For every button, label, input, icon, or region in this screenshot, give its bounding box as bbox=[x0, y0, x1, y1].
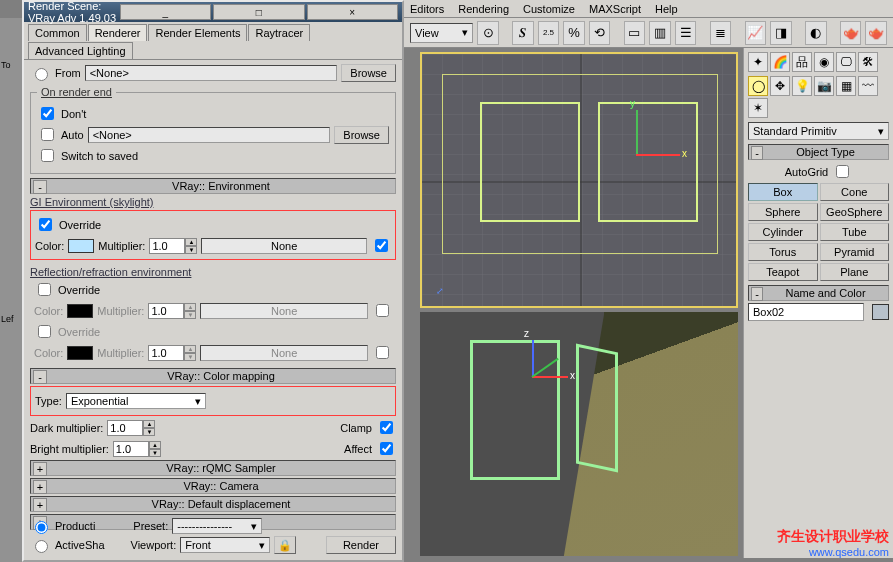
menu-editors[interactable]: Editors bbox=[410, 3, 444, 15]
rr2-color-swatch[interactable] bbox=[67, 346, 93, 360]
tab-raytracer[interactable]: Raytracer bbox=[248, 24, 310, 41]
systems-cat-icon[interactable]: ✶ bbox=[748, 98, 768, 118]
prim-cylinder-button[interactable]: Cylinder bbox=[748, 223, 818, 241]
utilities-tab-icon[interactable]: 🛠 bbox=[858, 52, 878, 72]
create-tab-icon[interactable]: ✦ bbox=[748, 52, 768, 72]
spin-down-icon[interactable]: ▼ bbox=[184, 353, 196, 361]
gi-mult-input[interactable] bbox=[149, 238, 185, 254]
prim-geosphere-button[interactable]: GeoSphere bbox=[820, 203, 890, 221]
rr-mult-input[interactable] bbox=[148, 303, 184, 319]
viewport-perspective[interactable]: x z bbox=[420, 312, 738, 556]
rr-map-slot[interactable]: None bbox=[200, 303, 368, 319]
spin-down-icon[interactable]: ▼ bbox=[143, 428, 155, 436]
rr-override-checkbox[interactable] bbox=[38, 283, 51, 296]
subcategory-dropdown[interactable]: Standard Primitiv▾ bbox=[748, 122, 889, 140]
clamp-checkbox[interactable] bbox=[380, 421, 393, 434]
mirror-icon[interactable]: ▥ bbox=[649, 21, 671, 45]
layers-icon[interactable]: ≣ bbox=[710, 21, 732, 45]
prim-sphere-button[interactable]: Sphere bbox=[748, 203, 818, 221]
prim-box-button[interactable]: Box bbox=[748, 183, 818, 201]
preset-dropdown[interactable]: ---------------▾ bbox=[172, 518, 262, 534]
dont-checkbox[interactable] bbox=[41, 107, 54, 120]
pivot-center-icon[interactable]: ⊙ bbox=[477, 21, 499, 45]
menu-maxscript[interactable]: MAXScript bbox=[589, 3, 641, 15]
tab-renderer[interactable]: Renderer bbox=[88, 24, 148, 41]
maximize-button[interactable]: □ bbox=[213, 4, 305, 20]
prim-teapot-button[interactable]: Teapot bbox=[748, 263, 818, 281]
percent-snap-icon[interactable]: % bbox=[563, 21, 585, 45]
menu-rendering[interactable]: Rendering bbox=[458, 3, 509, 15]
from-browse-button[interactable]: Browse bbox=[341, 64, 396, 82]
render-button[interactable]: Render bbox=[326, 536, 396, 554]
align-icon[interactable]: ☰ bbox=[675, 21, 697, 45]
object-color-swatch[interactable] bbox=[872, 304, 889, 320]
lights-cat-icon[interactable]: 💡 bbox=[792, 76, 812, 96]
rr2-map-on-checkbox[interactable] bbox=[376, 346, 389, 359]
viewport-dropdown[interactable]: Front▾ bbox=[180, 537, 270, 553]
prim-pyramid-button[interactable]: Pyramid bbox=[820, 243, 890, 261]
auto-browse-button[interactable]: Browse bbox=[334, 126, 389, 144]
helpers-cat-icon[interactable]: ▦ bbox=[836, 76, 856, 96]
gi-map-slot[interactable]: None bbox=[201, 238, 367, 254]
rr-color-swatch[interactable] bbox=[67, 304, 93, 318]
material-editor-icon[interactable]: ◐ bbox=[805, 21, 827, 45]
rr-map-on-checkbox[interactable] bbox=[376, 304, 389, 317]
spin-up-icon[interactable]: ▲ bbox=[184, 303, 196, 311]
render-scene-icon[interactable]: 🫖 bbox=[840, 21, 862, 45]
reference-coord-dropdown[interactable]: View▾ bbox=[410, 23, 473, 43]
spacewarps-cat-icon[interactable]: 〰 bbox=[858, 76, 878, 96]
spin-down-icon[interactable]: ▼ bbox=[184, 311, 196, 319]
gi-override-checkbox[interactable] bbox=[39, 218, 52, 231]
gi-map-on-checkbox[interactable] bbox=[375, 239, 388, 252]
affect-checkbox[interactable] bbox=[380, 442, 393, 455]
motion-tab-icon[interactable]: ◉ bbox=[814, 52, 834, 72]
shapes-cat-icon[interactable]: ✥ bbox=[770, 76, 790, 96]
autogrid-checkbox[interactable] bbox=[836, 165, 849, 178]
spin-down-icon[interactable]: ▼ bbox=[149, 449, 161, 457]
from-radio[interactable] bbox=[35, 68, 48, 81]
production-radio[interactable] bbox=[35, 521, 48, 534]
rollout-environment-header[interactable]: -VRay:: Environment bbox=[30, 178, 396, 194]
angle-snap-icon[interactable]: 2.5 bbox=[538, 21, 560, 45]
geometry-cat-icon[interactable]: ◯ bbox=[748, 76, 768, 96]
prim-plane-button[interactable]: Plane bbox=[820, 263, 890, 281]
cameras-cat-icon[interactable]: 📷 bbox=[814, 76, 834, 96]
activeshade-radio[interactable] bbox=[35, 540, 48, 553]
switch-checkbox[interactable] bbox=[41, 149, 54, 162]
snap-toggle-icon[interactable]: 𝑺 bbox=[512, 21, 534, 45]
spin-up-icon[interactable]: ▲ bbox=[149, 441, 161, 449]
spinner-snap-icon[interactable]: ⟲ bbox=[589, 21, 611, 45]
lock-view-button[interactable]: 🔒 bbox=[274, 536, 296, 554]
tab-render-elements[interactable]: Render Elements bbox=[148, 24, 247, 41]
window-titlebar[interactable]: Render Scene: VRay Adv 1.49.03 _ □ × bbox=[24, 2, 402, 22]
hierarchy-tab-icon[interactable]: 品 bbox=[792, 52, 812, 72]
curve-editor-icon[interactable]: 📈 bbox=[745, 21, 767, 45]
spin-up-icon[interactable]: ▲ bbox=[184, 345, 196, 353]
tab-common[interactable]: Common bbox=[28, 24, 87, 41]
gi-color-swatch[interactable] bbox=[68, 239, 94, 253]
menu-customize[interactable]: Customize bbox=[523, 3, 575, 15]
menu-help[interactable]: Help bbox=[655, 3, 678, 15]
viewport-top[interactable]: x y ⤢ bbox=[420, 52, 738, 308]
rollout-object-type[interactable]: -Object Type bbox=[748, 144, 889, 160]
auto-checkbox[interactable] bbox=[41, 128, 54, 141]
close-button[interactable]: × bbox=[307, 4, 399, 20]
object-name-input[interactable]: Box02 bbox=[748, 303, 864, 321]
rr2-map-slot[interactable]: None bbox=[200, 345, 368, 361]
schematic-view-icon[interactable]: ◨ bbox=[770, 21, 792, 45]
tab-advanced-lighting[interactable]: Advanced Lighting bbox=[28, 42, 133, 59]
display-tab-icon[interactable]: 🖵 bbox=[836, 52, 856, 72]
rollout-camera[interactable]: +VRay:: Camera bbox=[30, 478, 396, 494]
rollout-colormap-header[interactable]: -VRay:: Color mapping bbox=[30, 368, 396, 384]
prim-tube-button[interactable]: Tube bbox=[820, 223, 890, 241]
spin-up-icon[interactable]: ▲ bbox=[185, 238, 197, 246]
spin-up-icon[interactable]: ▲ bbox=[143, 420, 155, 428]
minimize-button[interactable]: _ bbox=[120, 4, 212, 20]
rollout-displacement[interactable]: +VRay:: Default displacement bbox=[30, 496, 396, 512]
rr2-override-checkbox[interactable] bbox=[38, 325, 51, 338]
dark-mult-input[interactable] bbox=[107, 420, 143, 436]
rollout-rqmc[interactable]: +VRay:: rQMC Sampler bbox=[30, 460, 396, 476]
cmap-type-dropdown[interactable]: Exponential▾ bbox=[66, 393, 206, 409]
bright-mult-input[interactable] bbox=[113, 441, 149, 457]
rr2-mult-input[interactable] bbox=[148, 345, 184, 361]
